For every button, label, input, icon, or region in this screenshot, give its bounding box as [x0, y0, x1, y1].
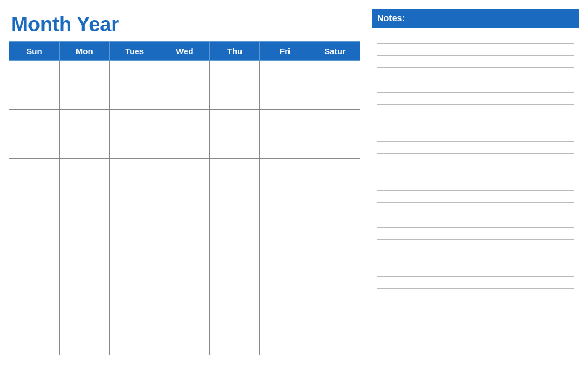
calendar-cell[interactable] [59, 257, 109, 306]
calendar-cell[interactable] [310, 158, 360, 208]
calendar-cell[interactable] [160, 60, 210, 109]
calendar-cell[interactable] [59, 208, 109, 257]
notes-line[interactable] [377, 129, 574, 142]
calendar-cell[interactable] [260, 109, 310, 158]
calendar-header-row: SunMonTuesWedThuFriSatur [9, 41, 360, 60]
notes-line[interactable] [377, 277, 574, 289]
calendar-title: Month Year [9, 9, 360, 41]
calendar-cell[interactable] [260, 158, 310, 208]
notes-line[interactable] [377, 68, 574, 80]
calendar-cell[interactable] [109, 158, 160, 208]
calendar-cell[interactable] [210, 158, 260, 208]
notes-line[interactable] [377, 252, 574, 264]
notes-line[interactable] [377, 191, 574, 203]
calendar-day-header: Mon [59, 41, 109, 60]
calendar-cell[interactable] [210, 109, 260, 158]
calendar-cell[interactable] [210, 60, 260, 109]
calendar-cell[interactable] [59, 306, 109, 355]
calendar-cell[interactable] [109, 60, 160, 109]
calendar-cell[interactable] [310, 109, 360, 158]
notes-line[interactable] [377, 240, 574, 252]
notes-line[interactable] [377, 93, 574, 105]
notes-line[interactable] [377, 178, 574, 191]
calendar-cell[interactable] [310, 60, 360, 109]
calendar-row [9, 306, 360, 355]
notes-header: Notes: [372, 9, 579, 28]
calendar-cell[interactable] [160, 208, 210, 257]
notes-line[interactable] [377, 215, 574, 228]
calendar-cell[interactable] [160, 109, 210, 158]
calendar-cell[interactable] [260, 60, 310, 109]
notes-line[interactable] [377, 228, 574, 240]
notes-line[interactable] [377, 203, 574, 215]
calendar-cell[interactable] [9, 60, 60, 109]
notes-line[interactable] [377, 142, 574, 154]
notes-section: Notes: [372, 9, 579, 305]
notes-line[interactable] [377, 166, 574, 178]
notes-line[interactable] [377, 154, 574, 166]
calendar-day-header: Satur [310, 41, 360, 60]
calendar-cell[interactable] [9, 109, 60, 158]
calendar-cell[interactable] [260, 208, 310, 257]
calendar-cell[interactable] [59, 60, 109, 109]
calendar-cell[interactable] [310, 208, 360, 257]
calendar-cell[interactable] [9, 257, 60, 306]
notes-line[interactable] [377, 44, 574, 56]
calendar-day-header: Wed [160, 41, 210, 60]
calendar-cell[interactable] [59, 158, 109, 208]
calendar-cell[interactable] [109, 306, 160, 355]
calendar-day-header: Tues [109, 41, 160, 60]
calendar-row [9, 208, 360, 257]
calendar-cell[interactable] [310, 306, 360, 355]
calendar-row [9, 158, 360, 208]
calendar-day-header: Thu [210, 41, 260, 60]
calendar-cell[interactable] [9, 208, 60, 257]
calendar-row [9, 60, 360, 109]
calendar-cell[interactable] [160, 306, 210, 355]
calendar-day-header: Sun [9, 41, 60, 60]
calendar-cell[interactable] [59, 109, 109, 158]
calendar-section: Month Year SunMonTuesWedThuFriSatur [9, 9, 360, 355]
calendar-cell[interactable] [9, 306, 60, 355]
calendar-row [9, 257, 360, 306]
calendar-cell[interactable] [9, 158, 60, 208]
notes-line[interactable] [377, 105, 574, 117]
calendar-cell[interactable] [160, 158, 210, 208]
calendar-cell[interactable] [210, 257, 260, 306]
calendar-cell[interactable] [260, 306, 310, 355]
calendar-cell[interactable] [109, 257, 160, 306]
notes-line[interactable] [377, 117, 574, 129]
calendar-day-header: Fri [260, 41, 310, 60]
notes-line[interactable] [377, 264, 574, 277]
calendar-cell[interactable] [310, 257, 360, 306]
notes-line[interactable] [377, 31, 574, 44]
notes-line[interactable] [377, 80, 574, 93]
notes-line[interactable] [377, 289, 574, 301]
calendar-cell[interactable] [160, 257, 210, 306]
notes-line[interactable] [377, 56, 574, 68]
calendar-grid: SunMonTuesWedThuFriSatur [9, 41, 360, 355]
calendar-cell[interactable] [210, 208, 260, 257]
calendar-cell[interactable] [210, 306, 260, 355]
calendar-cell[interactable] [109, 109, 160, 158]
calendar-row [9, 109, 360, 158]
calendar-cell[interactable] [109, 208, 160, 257]
notes-lines [372, 28, 579, 305]
calendar-cell[interactable] [260, 257, 310, 306]
